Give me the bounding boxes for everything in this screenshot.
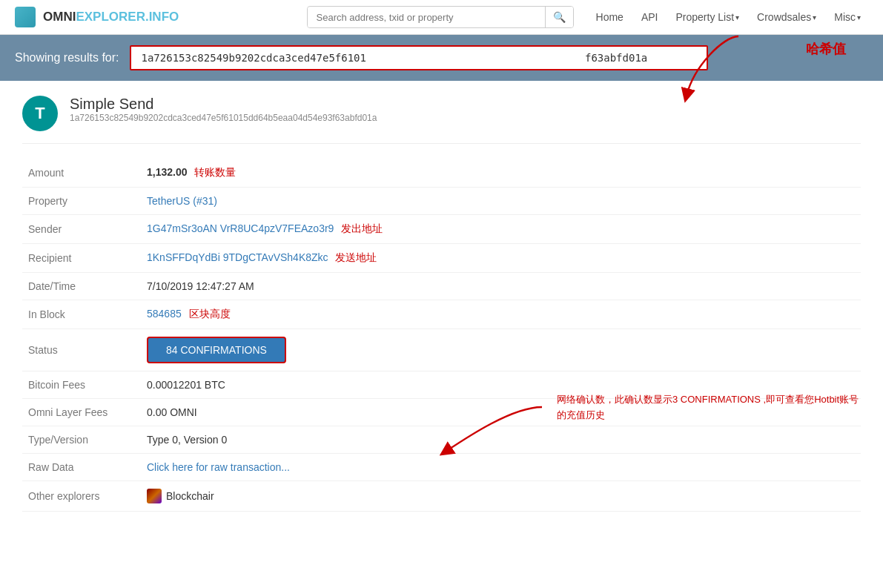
top-navbar: Home API Property List▾ Crowdsales▾ Misc…	[589, 7, 868, 27]
raw-data-value: Click here for raw transaction...	[141, 454, 861, 481]
raw-data-link[interactable]: Click here for raw transaction...	[147, 461, 290, 473]
search-button[interactable]: 🔍	[545, 7, 573, 27]
status-cell: 84 CONFIRMATIONS	[141, 329, 861, 371]
row-datetime: Date/Time 7/10/2019 12:47:27 AM	[22, 273, 861, 300]
omni-fees-label: Omni Layer Fees	[22, 399, 141, 426]
brand-logo	[15, 7, 36, 27]
blockchair-icon	[147, 489, 162, 503]
row-type-version: Type/Version Type 0, Version 0	[22, 426, 861, 454]
tx-full-hash: 1a726153c82549b9202cdca3ced47e5f61015dd6…	[70, 113, 377, 123]
amount-label: Amount	[22, 159, 141, 188]
tx-icon: T	[22, 96, 58, 131]
block-link[interactable]: 584685	[147, 308, 182, 320]
tx-header: T Simple Send 1a726153c82549b9202cdca3ce…	[22, 96, 861, 144]
row-amount: Amount 1,132.00 转账数量	[22, 159, 861, 188]
bitcoin-fees-label: Bitcoin Fees	[22, 371, 141, 399]
type-version-value: Type 0, Version 0	[141, 426, 861, 454]
datetime-label: Date/Time	[22, 273, 141, 300]
datetime-value: 7/10/2019 12:47:27 AM	[141, 273, 861, 300]
nav-crowdsales[interactable]: Crowdsales▾	[750, 7, 824, 27]
status-badge: 84 CONFIRMATIONS	[147, 337, 286, 363]
showing-label: Showing results for:	[15, 51, 119, 65]
main-content: 哈希值 T Simple Send 1a726153c82549b9202cdc…	[0, 81, 883, 526]
type-version-label: Type/Version	[22, 426, 141, 454]
inblock-annotation: 区块高度	[189, 308, 231, 320]
inblock-label: In Block	[22, 300, 141, 329]
amount-annotation: 转账数量	[194, 166, 236, 178]
status-label: Status	[22, 329, 141, 371]
nav-api[interactable]: API	[634, 7, 666, 27]
property-value: TetherUS (#31)	[141, 188, 861, 215]
details-table: Amount 1,132.00 转账数量 Property TetherUS (…	[22, 159, 861, 512]
blockchair-link[interactable]: Blockchair	[166, 490, 214, 502]
sender-value: 1G47mSr3oAN VrR8UC4pzV7FEAzo3r9 发出地址	[141, 215, 861, 244]
sender-annotation: 发出地址	[341, 222, 383, 234]
row-property: Property TetherUS (#31)	[22, 188, 861, 215]
raw-data-label: Raw Data	[22, 454, 141, 481]
row-inblock: In Block 584685 区块高度	[22, 300, 861, 329]
nav-property-list[interactable]: Property List▾	[668, 7, 747, 27]
property-label: Property	[22, 188, 141, 215]
hashvalue-annotation: 哈希值	[806, 40, 846, 58]
row-other-explorers: Other explorers Blockchair	[22, 481, 861, 512]
nav-home[interactable]: Home	[589, 7, 631, 27]
recipient-annotation: 发送地址	[335, 251, 377, 263]
inblock-value: 584685 区块高度	[141, 300, 861, 329]
sender-label: Sender	[22, 215, 141, 244]
row-sender: Sender 1G47mSr3oAN VrR8UC4pzV7FEAzo3r9 发…	[22, 215, 861, 244]
row-raw-data: Raw Data Click here for raw transaction.…	[22, 454, 861, 481]
tx-type: Simple Send	[70, 96, 377, 113]
confirmations-annotation: 网络确认数，此确认数显示3 CONFIRMATIONS ,即可查看您Hotbit…	[557, 392, 868, 423]
recipient-value: 1KnSFFDqYdBi 9TDgCTAvVSh4K8Zkc 发送地址	[141, 244, 861, 273]
results-header-bar: Showing results for: 1a726153c82549b9202…	[0, 35, 883, 81]
amount-value: 1,132.00 转账数量	[141, 159, 861, 188]
search-input[interactable]	[308, 7, 545, 27]
property-link[interactable]: TetherUS (#31)	[147, 195, 217, 207]
row-status: Status 84 CONFIRMATIONS	[22, 329, 861, 371]
recipient-label: Recipient	[22, 244, 141, 273]
row-recipient: Recipient 1KnSFFDqYdBi 9TDgCTAvVSh4K8Zkc…	[22, 244, 861, 273]
recipient-link[interactable]: 1KnSFFDqYdBi 9TDgCTAvVSh4K8Zkc	[147, 251, 328, 263]
hash-display-box: 1a726153c82549b9202cdca3ced47e5f6101 f63…	[130, 45, 708, 70]
other-explorers-value: Blockchair	[141, 481, 861, 511]
nav-misc[interactable]: Misc▾	[827, 7, 868, 27]
other-explorers-label: Other explorers	[22, 481, 141, 512]
sender-link[interactable]: 1G47mSr3oAN VrR8UC4pzV7FEAzo3r9	[147, 222, 334, 234]
brand-name: OMNIEXPLORER.INFO	[43, 10, 179, 24]
amount-number: 1,132.00	[147, 166, 188, 178]
